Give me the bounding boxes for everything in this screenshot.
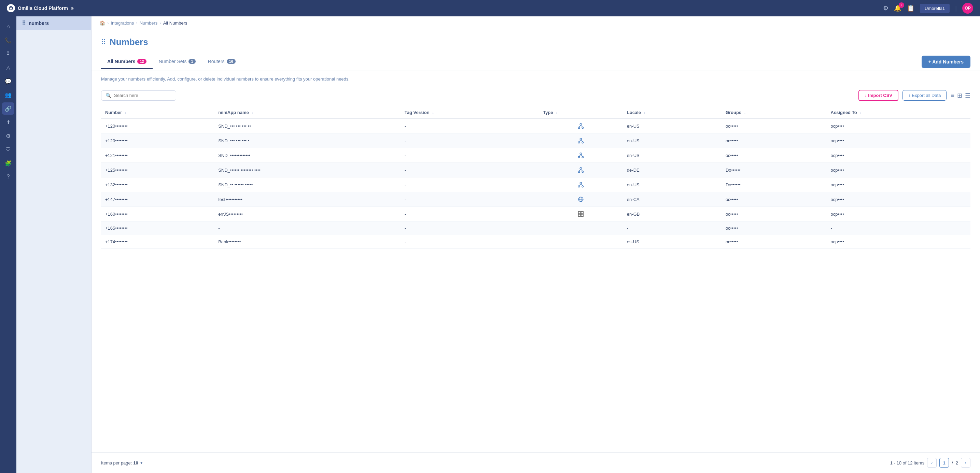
tab-number-sets-label: Number Sets: [159, 59, 187, 64]
cell-locale: de-DE: [623, 163, 722, 178]
filter-icon[interactable]: ≡: [951, 92, 955, 99]
svg-rect-32: [581, 214, 583, 216]
table-row[interactable]: +125•••••••• SND_•••••• •••••••• •••• - …: [101, 163, 970, 178]
action-buttons: ↓ Import CSV ↑ Export all Data ≡ ⊞ ☰: [858, 90, 970, 101]
table-row[interactable]: +174•••••••• Bank•••••••• - es-US oc••••…: [101, 235, 970, 249]
breadcrumb-numbers[interactable]: Numbers: [140, 21, 158, 25]
list-view-icon[interactable]: ☰: [965, 92, 970, 99]
export-all-button[interactable]: ↑ Export all Data: [902, 90, 947, 101]
svg-line-10: [581, 140, 582, 141]
sidebar-item-label: numbers: [29, 21, 49, 26]
prev-page-button[interactable]: ‹: [927, 458, 937, 468]
cell-assigned: ocp••••: [827, 148, 970, 163]
search-icon: 🔍: [105, 93, 111, 98]
pagination-summary: 1 - 10 of 12 items: [890, 460, 924, 465]
cell-number: +165••••••••: [101, 222, 214, 235]
cell-locale: en-US: [623, 148, 722, 163]
cell-type: [539, 192, 622, 207]
tab-all-numbers[interactable]: All Numbers 12: [101, 55, 153, 69]
calendar-icon[interactable]: 📋: [907, 5, 915, 12]
items-per-page-dropdown[interactable]: ▼: [140, 461, 143, 465]
next-page-button[interactable]: ›: [961, 458, 970, 468]
settings-icon[interactable]: ⚙: [883, 5, 888, 12]
cell-locale: en-CA: [623, 192, 722, 207]
sidebar-item-numbers[interactable]: ⠿ numbers: [16, 16, 91, 30]
sidebar-icon-integrations[interactable]: 🔗: [2, 102, 14, 115]
page-header: ⠿ Numbers: [92, 30, 980, 53]
col-assigned: Assigned To ↓: [827, 106, 970, 119]
cell-miniapp: SND_••• ••• ••• •: [214, 133, 401, 148]
sort-assigned-icon[interactable]: ↓: [859, 111, 862, 115]
sort-number-icon[interactable]: ↓: [125, 111, 127, 115]
table-row[interactable]: +132•••••••• SND_•• •••••• ••••• - en-US…: [101, 178, 970, 192]
tab-number-sets[interactable]: Number Sets 1: [153, 55, 202, 69]
cell-assigned: -: [827, 222, 970, 235]
svg-point-0: [9, 6, 13, 10]
table-row[interactable]: +120•••••••• SND_••• ••• ••• •• - en-US …: [101, 119, 970, 133]
workspace-selector[interactable]: Umbrella1: [920, 4, 950, 13]
tab-routers-label: Routers: [208, 59, 225, 64]
col-tagversion: Tag Version ↓: [401, 106, 539, 119]
cell-groups: oc•••••: [722, 222, 827, 235]
cell-type: [539, 178, 622, 192]
sort-miniapp-icon[interactable]: ↓: [251, 111, 253, 115]
page-1-button[interactable]: 1: [939, 458, 949, 468]
grid-view-icon[interactable]: ⊞: [957, 92, 962, 99]
sort-tagversion-icon[interactable]: ↓: [432, 111, 434, 115]
table-row[interactable]: +121•••••••• SND_••••••••••••• - en-US o…: [101, 148, 970, 163]
add-numbers-button[interactable]: + Add Numbers: [922, 56, 970, 68]
cell-type: [539, 207, 622, 222]
app-name: Omilia Cloud Platform: [18, 5, 68, 11]
sidebar-icon-upload[interactable]: ⬆: [2, 116, 14, 128]
sidebar-icon-phone[interactable]: 📞: [2, 34, 14, 46]
sort-locale-icon[interactable]: ↓: [644, 111, 646, 115]
table-row[interactable]: +147•••••••• testE••••••••• - en-CA oc••…: [101, 192, 970, 207]
page-description: Manage your numbers efficiently. Add, co…: [92, 71, 980, 82]
notifications-icon[interactable]: 🔔: [894, 5, 902, 12]
search-box[interactable]: 🔍: [101, 90, 176, 101]
svg-point-13: [582, 156, 584, 158]
logo-icon: [7, 4, 15, 12]
page-separator: /: [952, 460, 953, 465]
sidebar-icon-flow[interactable]: △: [2, 62, 14, 74]
cell-locale: en-US: [623, 119, 722, 133]
table-row[interactable]: +120•••••••• SND_••• ••• ••• • - en-US o…: [101, 133, 970, 148]
app-logo: Omilia Cloud Platform®: [7, 4, 74, 12]
sort-type-icon[interactable]: ↓: [555, 111, 558, 115]
cell-number: +125••••••••: [101, 163, 214, 178]
cell-tagversion: -: [401, 133, 539, 148]
tab-routers[interactable]: Routers 16: [202, 55, 242, 69]
col-locale: Locale ↓: [623, 106, 722, 119]
sidebar-icon-shield[interactable]: 🛡: [2, 143, 14, 156]
sidebar-icon-team[interactable]: 👥: [2, 89, 14, 101]
sidebar-icon-help[interactable]: ?: [2, 171, 14, 183]
svg-point-12: [578, 156, 580, 158]
breadcrumb-home-icon[interactable]: 🏠: [100, 21, 105, 25]
svg-line-20: [581, 169, 582, 171]
cell-type: [539, 148, 622, 163]
pagination-info: 1 - 10 of 12 items ‹ 1 / 2 ›: [890, 458, 970, 468]
avatar[interactable]: OP: [962, 3, 973, 14]
sidebar-icon-mic[interactable]: 🎙: [2, 48, 14, 60]
svg-rect-30: [581, 211, 583, 214]
sidebar-icon-puzzle[interactable]: 🧩: [2, 157, 14, 169]
cell-assigned: ocp••••: [827, 133, 970, 148]
sidebar-icon-chat[interactable]: 💬: [2, 75, 14, 87]
cell-number: +147••••••••: [101, 192, 214, 207]
cell-miniapp: SND_•••••• •••••••• ••••: [214, 163, 401, 178]
cell-tagversion: -: [401, 178, 539, 192]
import-csv-button[interactable]: ↓ Import CSV: [858, 90, 898, 101]
cell-assigned: ocp••••: [827, 207, 970, 222]
cell-locale: en-US: [623, 178, 722, 192]
svg-point-7: [578, 141, 580, 143]
table-row[interactable]: +160•••••••• errJS••••••••• - en-GB oc••…: [101, 207, 970, 222]
cell-tagversion: -: [401, 163, 539, 178]
sidebar-icon-home[interactable]: ⌂: [2, 21, 14, 33]
breadcrumb-integrations[interactable]: Integrations: [111, 21, 134, 25]
sort-groups-icon[interactable]: ↓: [744, 111, 746, 115]
cell-number: +120••••••••: [101, 133, 214, 148]
sidebar-icon-gear[interactable]: ⚙: [2, 130, 14, 142]
table-row[interactable]: +165•••••••• - - - oc••••• -: [101, 222, 970, 235]
svg-point-21: [580, 182, 582, 184]
search-input[interactable]: [114, 93, 172, 98]
